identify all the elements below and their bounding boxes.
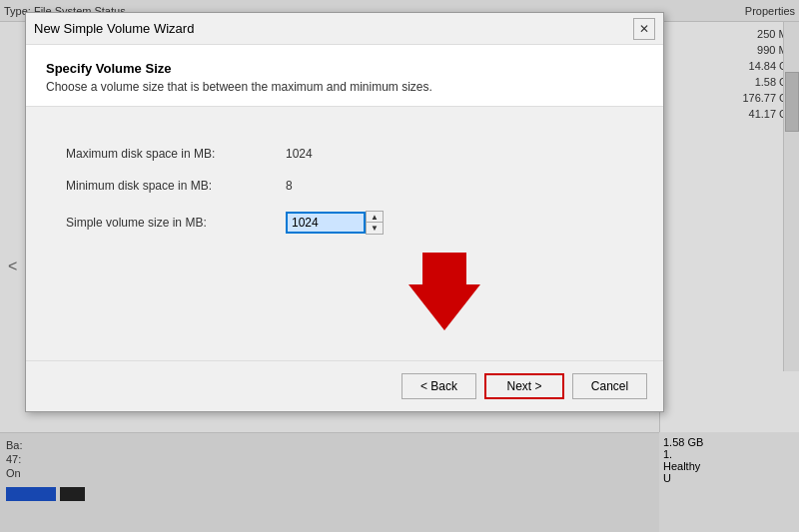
volume-size-row: Simple volume size in MB: ▲ ▼: [66, 211, 623, 235]
dialog-title: New Simple Volume Wizard: [34, 21, 194, 36]
spinner-down-button[interactable]: ▼: [367, 223, 383, 234]
close-button[interactable]: ✕: [633, 18, 655, 40]
max-space-value: 1024: [286, 147, 313, 161]
volume-size-label: Simple volume size in MB:: [66, 216, 286, 230]
dialog-body: Maximum disk space in MB: 1024 Minimum d…: [26, 107, 663, 360]
arrow-head: [408, 284, 480, 330]
arrow-indicator: [66, 253, 623, 330]
header-description: Choose a volume size that is between the…: [46, 80, 643, 94]
min-space-value: 8: [286, 179, 293, 193]
arrow-shaft: [422, 253, 466, 284]
max-space-row: Maximum disk space in MB: 1024: [66, 147, 623, 161]
min-space-row: Minimum disk space in MB: 8: [66, 179, 623, 193]
volume-size-input[interactable]: [286, 212, 366, 234]
max-space-label: Maximum disk space in MB:: [66, 147, 286, 161]
header-title: Specify Volume Size: [46, 61, 643, 76]
wizard-dialog: New Simple Volume Wizard ✕ Specify Volum…: [25, 12, 664, 412]
dialog-footer: < Back Next > Cancel: [26, 360, 663, 411]
dialog-titlebar: New Simple Volume Wizard ✕: [26, 13, 663, 45]
cancel-button[interactable]: Cancel: [572, 373, 647, 399]
volume-size-spinner[interactable]: ▲ ▼: [286, 211, 384, 235]
dialog-header: Specify Volume Size Choose a volume size…: [26, 45, 663, 107]
spinner-up-button[interactable]: ▲: [367, 212, 383, 223]
min-space-label: Minimum disk space in MB:: [66, 179, 286, 193]
spinner-buttons: ▲ ▼: [366, 211, 384, 235]
back-button[interactable]: < Back: [401, 373, 476, 399]
next-button[interactable]: Next >: [484, 373, 564, 399]
